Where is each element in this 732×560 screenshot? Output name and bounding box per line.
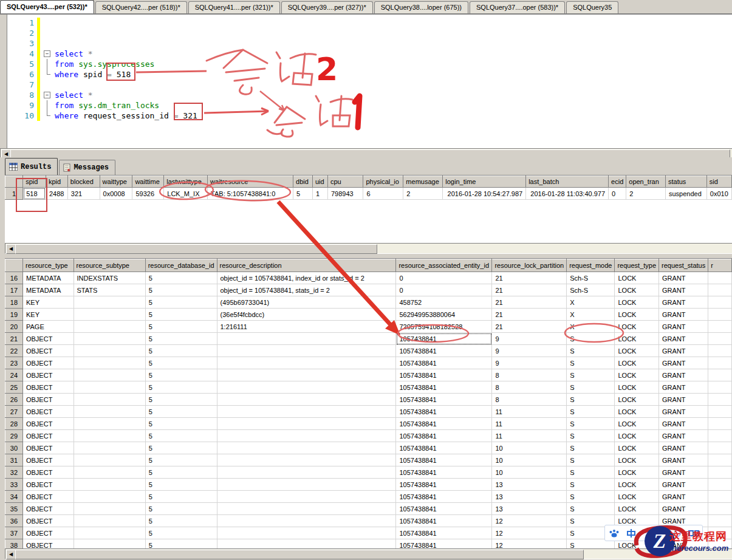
grid2-cell[interactable]: S [567,442,615,454]
grid2-cell[interactable]: METADATA [22,272,74,284]
grid2-cell[interactable]: object_id = 1057438841, stats_id = 2 [217,284,396,296]
grid2-cell[interactable]: OBJECT [22,503,74,515]
grid2-cell[interactable]: S [567,466,615,479]
grid2-cell[interactable]: object_id = 1057438841, index_id or stat… [217,272,396,284]
grid2-cell[interactable]: OBJECT [22,369,74,381]
grid1-column-header-lastwaittype[interactable]: lastwaittype [164,176,208,188]
grid2-cell[interactable]: 12 [492,515,567,527]
grid1-column-header-waittime[interactable]: waittime [132,176,164,188]
grid2-cell[interactable] [217,406,396,418]
grid2-cell[interactable]: GRANT [659,345,708,357]
grid2-cell[interactable]: LOCK [615,333,659,345]
grid2-cell[interactable]: S [567,381,615,394]
grid2-cell[interactable] [74,418,145,430]
grid2-cell[interactable]: KEY [22,296,74,309]
grid2-column-header[interactable] [5,259,23,272]
grid2-cell[interactable] [217,345,396,357]
grid2-cell[interactable]: LOCK [615,357,659,369]
code-line-8[interactable]: 8−select * [7,90,730,100]
grid2-cell[interactable] [217,491,396,503]
grid1-cell[interactable]: TAB: 5:1057438841:0 [208,188,293,200]
grid2-cell[interactable]: GRANT [659,491,708,503]
document-tab-4[interactable]: SQLQuery39....per (327))* [281,1,373,13]
grid2-cell[interactable]: PAGE [22,321,74,333]
grid2-cell[interactable]: S [567,406,615,418]
grid2-cell[interactable]: 8 [492,369,567,381]
grid2-cell[interactable]: GRANT [659,418,708,430]
grid2-cell[interactable]: S [567,394,615,406]
grid2-cell[interactable]: S [567,454,615,466]
row-header[interactable]: 22 [5,345,23,357]
grid2-cell[interactable]: 11 [492,430,567,442]
grid2-cell[interactable]: 9 [492,333,567,345]
grid2-cell[interactable]: GRANT [659,369,708,381]
grid2-cell[interactable]: (36e5f4fcbdcc) [217,309,396,321]
grid2-cell[interactable]: LOCK [615,394,659,406]
grid2-cell[interactable]: GRANT [659,430,708,442]
grid1-cell[interactable]: 2488 [46,188,67,200]
grid2-cell[interactable]: OBJECT [22,333,74,345]
grid1-cell[interactable]: 6 [363,188,403,200]
grid2-cell[interactable]: 5 [145,369,217,381]
grid1-cell[interactable]: suspended [666,188,707,200]
grid2-cell[interactable]: 5 [145,381,217,394]
code-line-9[interactable]: 9from sys.dm_tran_locks [7,100,730,111]
grid2-cell[interactable] [708,333,732,345]
grid2-cell[interactable]: 5 [145,503,217,515]
grid2-cell[interactable]: LOCK [615,272,659,284]
grid2-cell[interactable]: GRANT [659,296,708,309]
grid2-cell[interactable] [74,345,145,357]
grid2-cell[interactable]: 5 [145,357,217,369]
grid2-cell[interactable]: GRANT [659,272,708,284]
grid2-cell[interactable] [708,430,732,442]
grid2-cell[interactable]: Sch-S [567,272,615,284]
grid2-hscrollbar[interactable]: ◀ [5,548,732,559]
grid2-cell[interactable] [74,515,145,527]
grid2-cell[interactable] [217,418,396,430]
grid2-cell[interactable] [708,357,732,369]
row-header[interactable]: 23 [5,357,23,369]
grid2-cell[interactable] [74,381,145,394]
grid2-cell[interactable]: 1057438841 [396,503,492,515]
grid2-cell[interactable]: 12 [492,527,567,539]
grid2-cell[interactable]: (495b69733041) [217,296,396,309]
row-header[interactable]: 24 [5,369,23,381]
grid2-cell[interactable]: 1057438841 [396,406,492,418]
row-header[interactable]: 27 [5,406,23,418]
grid1-cell[interactable]: 0x010 [706,188,731,200]
grid2-column-header-resource_subtype[interactable]: resource_subtype [74,259,145,272]
row-header[interactable]: 37 [5,527,23,539]
grid1-cell[interactable]: 59326 [132,188,164,200]
grid2-cell[interactable] [217,515,396,527]
grid1-cell[interactable]: 2 [626,188,666,200]
row-header[interactable]: 36 [5,515,23,527]
grid2-cell[interactable]: X [567,321,615,333]
grid2-cell[interactable] [708,418,732,430]
code-line-3[interactable]: 3 [7,38,730,49]
grid2-cell[interactable]: GRANT [659,406,708,418]
grid1-column-header-last_batch[interactable]: last_batch [526,176,609,188]
row-header[interactable]: 17 [5,284,23,296]
grid2-cell[interactable]: LOCK [615,442,659,454]
grid2-cell[interactable]: 5 [145,466,217,479]
document-tab-7[interactable]: SQLQuery35 [566,1,618,13]
grid2-cell[interactable]: 1057438841 [396,381,492,394]
grid2-cell[interactable] [217,466,396,479]
document-tab-2[interactable]: SQLQuery42....per (518))* [95,1,187,13]
grid2-cell[interactable] [708,503,732,515]
grid2-cell[interactable]: GRANT [659,394,708,406]
grid2-cell[interactable] [708,381,732,394]
grid1-column-header-kpid[interactable]: kpid [46,176,67,188]
grid2-cell[interactable]: OBJECT [22,357,74,369]
grid2-cell[interactable]: 21 [492,284,567,296]
grid2-cell[interactable]: 1:216111 [217,321,396,333]
grid2-cell[interactable]: S [567,491,615,503]
grid2-cell[interactable] [74,466,145,479]
grid2-cell[interactable]: GRANT [659,479,708,491]
grid2-cell[interactable] [217,479,396,491]
grid2-cell[interactable] [708,272,732,284]
grid1-column-header-status[interactable]: status [666,176,707,188]
grid1-column-header-login_time[interactable]: login_time [443,176,526,188]
code-line-6[interactable]: 6where spid = 518 [7,69,730,80]
grid2-cell[interactable]: 5 [145,309,217,321]
